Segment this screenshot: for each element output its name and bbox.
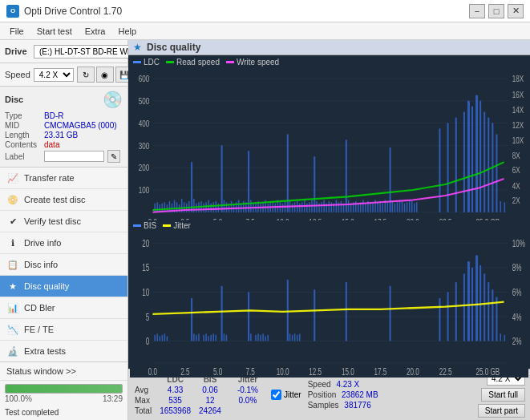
svg-text:15.0: 15.0 [342,366,354,377]
jitter-checkbox-area: Jitter [271,390,301,400]
svg-text:5.0: 5.0 [213,366,222,377]
read-speed-dot [166,61,174,63]
svg-rect-59 [216,201,217,212]
svg-rect-196 [208,336,209,341]
sidebar-item-drive-info[interactable]: ℹ Drive info [0,232,127,254]
speed-row-label: Speed [308,380,331,389]
minimize-button[interactable]: − [469,4,485,18]
samples-row-value: 381776 [344,401,370,410]
svg-rect-102 [321,202,322,212]
stats-table: LDC BIS Jitter Avg 4.33 0.06 -0.1% [133,374,265,416]
ldc-label: LDC [144,58,160,67]
svg-rect-49 [191,162,192,212]
drive-info-icon: ℹ [6,236,19,249]
svg-rect-116 [355,201,357,212]
disc-read-button[interactable]: ◉ [96,67,114,83]
disc-info-icon: 📋 [6,258,19,271]
samples-row-label: Samples [308,401,339,410]
svg-text:2X: 2X [512,195,520,205]
menu-extra[interactable]: Extra [79,25,112,38]
label-label: Label [5,152,41,161]
app-title: Opti Drive Control 1.70 [24,6,122,17]
svg-rect-97 [309,202,310,212]
refresh-button[interactable]: ↻ [77,67,95,83]
drive-info-label: Drive info [24,238,121,248]
svg-text:10.0: 10.0 [277,366,289,377]
disc-info-label: Disc info [24,260,121,269]
start-full-button[interactable]: Start full [481,388,525,402]
svg-rect-195 [205,333,207,341]
menu-help[interactable]: Help [111,25,143,38]
start-part-button[interactable]: Start part [478,404,525,418]
svg-rect-68 [238,200,240,212]
menu-file[interactable]: File [3,25,30,38]
sidebar-item-create-test-disc[interactable]: 📀 Create test disc [0,189,127,211]
status-window-label: Status window >> [6,366,76,376]
max-label: Max [133,395,158,406]
svg-rect-145 [463,112,465,212]
label-edit-button[interactable]: ✎ [107,150,120,163]
sidebar-item-disc-info[interactable]: 📋 Disc info [0,254,127,276]
svg-rect-110 [341,201,342,212]
svg-rect-203 [248,292,249,341]
svg-text:2.5: 2.5 [180,366,189,377]
svg-rect-96 [306,204,308,212]
sidebar-item-disc-quality[interactable]: ★ Disc quality [0,276,127,297]
svg-text:10: 10 [142,287,149,297]
contents-value: data [44,140,59,149]
svg-rect-146 [467,101,470,212]
svg-rect-193 [198,333,200,341]
jitter-dot [163,224,171,227]
disc-quality-icon: ★ [6,280,19,293]
speed-select[interactable]: 4.2 X [34,68,74,82]
svg-rect-151 [488,118,489,212]
svg-rect-150 [483,112,485,212]
chart1-svg: 600 500 400 300 200 100 18X 16X 14X 12X … [130,67,528,229]
sidebar-item-fe-te[interactable]: 📉 FE / TE [0,319,127,341]
disc-panel-title: Disc [5,95,23,104]
legend-jitter: Jitter [163,221,191,230]
svg-text:17.5: 17.5 [374,366,387,377]
svg-rect-94 [301,202,303,212]
svg-rect-228 [483,273,485,341]
chart2-svg: 20 15 10 5 0 10% 8% 6% 4% 2% 0.0 2.5 [130,231,528,378]
legend-write-speed: Write speed [226,58,279,67]
sidebar-item-extra-tests[interactable]: 🔬 Extra tests [0,341,127,361]
svg-text:0.0: 0.0 [148,366,157,377]
progress-time: 13:29 [103,394,123,403]
jitter-checkbox[interactable] [271,390,281,400]
status-window-button[interactable]: Status window >> [0,362,127,381]
svg-rect-63 [226,202,228,212]
svg-text:400: 400 [139,118,150,128]
maximize-button[interactable]: □ [488,4,504,18]
avg-jitter: -0.1% [236,385,265,395]
svg-rect-120 [365,204,366,212]
menu-start-test[interactable]: Start test [30,25,79,38]
label-input[interactable] [44,151,104,162]
svg-rect-142 [439,128,440,212]
svg-rect-215 [297,335,298,341]
svg-rect-35 [156,202,158,212]
legend-ldc: LDC [133,58,160,67]
chart1-legend: LDC Read speed Write speed [130,57,528,67]
svg-rect-226 [475,255,478,341]
svg-rect-222 [455,282,457,341]
svg-rect-197 [210,335,212,341]
svg-text:600: 600 [139,74,150,84]
cd-bler-icon: 📊 [6,301,19,314]
svg-text:15: 15 [142,262,149,273]
sidebar-item-transfer-rate[interactable]: 📈 Transfer rate [0,168,127,189]
legend-read-speed: Read speed [166,58,220,67]
total-ldc: 1653968 [158,406,197,416]
close-button[interactable]: ✕ [508,4,524,18]
ldc-dot [133,61,141,63]
svg-rect-57 [210,204,212,212]
svg-text:20.0: 20.0 [407,366,419,377]
svg-rect-55 [205,202,207,212]
svg-text:12X: 12X [512,120,524,131]
svg-text:20: 20 [142,238,149,248]
stats-total-row: Total 1653968 24264 [133,406,265,416]
sidebar-item-verify-test-disc[interactable]: ✔ Verify test disc [0,211,127,232]
sidebar-item-cd-bler[interactable]: 📊 CD Bler [0,297,127,319]
titlebar-left: O Opti Drive Control 1.70 [6,5,122,18]
